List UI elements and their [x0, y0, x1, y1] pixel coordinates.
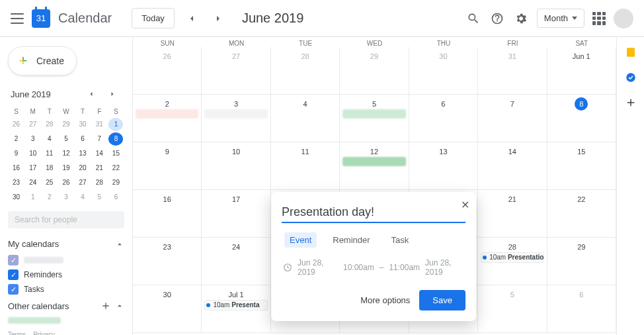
mini-day[interactable]: 31 [92, 118, 106, 131]
mini-day[interactable]: 7 [92, 132, 106, 146]
mini-day[interactable]: 10 [26, 147, 40, 160]
grid-cell[interactable]: 7 [478, 95, 547, 142]
grid-cell[interactable]: 28 [271, 47, 340, 95]
mini-day[interactable]: 20 [75, 162, 90, 175]
more-options-button[interactable]: More options [360, 295, 410, 305]
calendar-item-other[interactable] [8, 315, 124, 326]
mini-day[interactable]: 4 [42, 132, 57, 146]
mini-day[interactable]: 8 [108, 132, 123, 146]
mini-day[interactable]: 2 [42, 191, 57, 204]
grid-cell[interactable]: 21 [478, 190, 547, 238]
account-avatar[interactable] [614, 9, 633, 28]
grid-cell[interactable]: 30 [409, 47, 478, 95]
menu-icon[interactable] [11, 13, 24, 24]
grid-cell[interactable]: 26 [133, 47, 202, 95]
footer-links[interactable]: Terms – Privacy [8, 326, 124, 335]
calendar-item-tasks[interactable]: ✓Tasks [8, 282, 124, 297]
search-people-input[interactable]: Search for people [8, 211, 124, 228]
mini-day[interactable]: 13 [75, 147, 90, 160]
tasks-icon[interactable] [625, 72, 637, 83]
prev-month-button[interactable] [182, 9, 201, 28]
grid-cell[interactable]: 9 [133, 142, 202, 190]
event-time-row[interactable]: Jun 28, 2019 10:00am – 11:00am Jun 28, 2… [282, 258, 465, 277]
mini-day[interactable]: 9 [9, 147, 24, 160]
grid-cell[interactable]: 2 [133, 95, 202, 142]
mini-day[interactable]: 6 [75, 132, 90, 146]
mini-day[interactable]: 26 [9, 118, 24, 131]
apps-icon[interactable] [592, 12, 606, 25]
grid-cell[interactable]: 2810am Presentation [478, 238, 547, 285]
grid-cell[interactable]: 17 [202, 190, 270, 238]
help-icon[interactable] [489, 11, 505, 26]
today-button[interactable]: Today [132, 8, 175, 28]
event-chip[interactable]: 10am Presenta [204, 300, 267, 311]
mini-day[interactable]: 26 [59, 176, 73, 189]
calendar-item-primary[interactable]: ✓ [8, 253, 124, 267]
grid-cell[interactable]: 16 [133, 190, 202, 238]
grid-cell[interactable]: 5 [340, 95, 409, 142]
mini-prev-button[interactable] [82, 85, 101, 103]
grid-cell[interactable]: Jul 110am Presenta [202, 285, 270, 333]
mini-next-button[interactable] [103, 85, 122, 103]
grid-cell[interactable]: 11 [271, 142, 340, 190]
grid-cell[interactable]: Jun 1 [547, 47, 616, 95]
grid-cell[interactable]: 8 [547, 95, 616, 142]
mini-day[interactable]: 29 [108, 176, 123, 189]
grid-cell[interactable]: 15 [547, 142, 616, 190]
grid-cell[interactable]: 30 [133, 285, 202, 333]
mini-day[interactable]: 6 [108, 191, 123, 204]
add-addon-icon[interactable] [625, 97, 637, 109]
next-month-button[interactable] [209, 9, 227, 28]
grid-cell[interactable]: 5 [478, 285, 547, 333]
grid-cell[interactable]: 24 [202, 238, 270, 285]
mini-day[interactable]: 14 [92, 147, 106, 160]
grid-cell[interactable]: 6 [409, 95, 478, 142]
mini-day[interactable]: 15 [108, 147, 123, 160]
other-calendars-toggle[interactable]: Other calendars [8, 297, 124, 315]
mini-day[interactable]: 2 [9, 132, 24, 146]
grid-cell[interactable]: 14 [478, 142, 547, 190]
grid-cell[interactable]: 22 [547, 190, 616, 238]
event-title-input[interactable] [282, 203, 465, 223]
create-button[interactable]: + Create [8, 46, 77, 75]
grid-cell[interactable]: 13 [409, 142, 478, 190]
save-button[interactable]: Save [419, 290, 465, 311]
search-icon[interactable] [465, 11, 481, 26]
mini-day[interactable]: 11 [42, 147, 57, 160]
mini-day[interactable]: 17 [26, 162, 40, 175]
mini-day[interactable]: 28 [92, 176, 106, 189]
grid-cell[interactable]: 29 [547, 238, 616, 285]
event-pill[interactable] [204, 109, 267, 119]
mini-day[interactable]: 12 [59, 147, 73, 160]
settings-icon[interactable] [513, 11, 529, 26]
grid-cell[interactable]: 6 [547, 285, 616, 333]
event-chip[interactable]: 10am Presentation [481, 252, 543, 263]
mini-day[interactable]: 28 [42, 118, 57, 131]
mini-day[interactable]: 1 [26, 191, 40, 204]
tab-event[interactable]: Event [284, 232, 317, 248]
mini-day[interactable]: 25 [42, 176, 57, 189]
mini-day[interactable]: 23 [9, 176, 24, 189]
mini-day[interactable]: 30 [75, 118, 90, 131]
mini-day[interactable]: 4 [75, 191, 90, 204]
grid-cell[interactable]: 3 [202, 95, 270, 142]
grid-cell[interactable]: 12 [340, 142, 409, 190]
mini-day[interactable]: 19 [59, 162, 73, 175]
event-pill[interactable] [136, 109, 198, 119]
mini-day[interactable]: 24 [26, 176, 40, 189]
mini-day[interactable]: 3 [26, 132, 40, 146]
mini-day[interactable]: 22 [108, 162, 123, 175]
tab-task[interactable]: Task [386, 232, 415, 248]
event-pill[interactable] [342, 109, 405, 119]
mini-day[interactable]: 5 [92, 191, 106, 204]
close-icon[interactable]: ✕ [461, 199, 469, 211]
view-selector[interactable]: Month [537, 9, 584, 28]
mini-day[interactable]: 1 [108, 118, 123, 131]
mini-day[interactable]: 21 [92, 162, 106, 175]
calendar-item-reminders[interactable]: ✓Reminders [8, 267, 124, 282]
mini-day[interactable]: 18 [42, 162, 57, 175]
mini-day[interactable]: 27 [75, 176, 90, 189]
mini-day[interactable]: 29 [59, 118, 73, 131]
grid-cell[interactable]: 31 [478, 47, 547, 95]
my-calendars-toggle[interactable]: My calendars [8, 235, 124, 253]
